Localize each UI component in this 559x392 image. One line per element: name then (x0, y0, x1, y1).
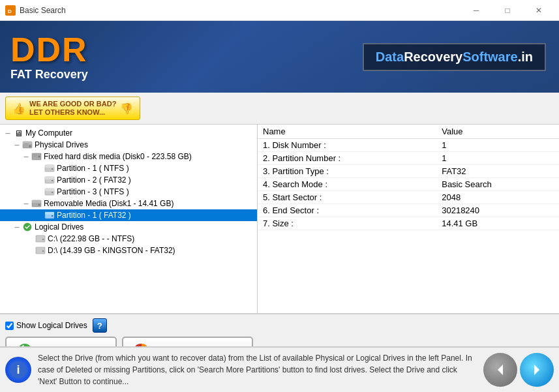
partition-1-fat32-icon (44, 210, 55, 220)
brand-badge: DataRecoverySoftware.in (363, 21, 559, 93)
logical-drives-icon (22, 222, 33, 232)
svg-text:D: D (8, 8, 12, 14)
row-3-value: FAT32 (436, 165, 559, 178)
app-icon: D (5, 5, 16, 16)
svg-point-7 (38, 156, 40, 158)
svg-rect-5 (24, 143, 28, 144)
table-row: 6. End Sector : 30218240 (258, 204, 559, 217)
svg-rect-17 (45, 188, 54, 191)
tree-label-fixed-hdd: Fixed hard disk media (Disk0 - 223.58 GB… (44, 152, 192, 161)
tree-label-d-drive: D:\ (14.39 GB - KINGSTON - FAT32) (48, 246, 175, 255)
expander-my-computer: ─ (3, 128, 13, 138)
main-content: ─ 🖥 My Computer ─ Physical Drives ─ (0, 124, 559, 313)
tree-label-physical-drives: Physical Drives (35, 140, 88, 149)
status-message: Select the Drive (from which you want to… (38, 352, 477, 387)
svg-rect-26 (36, 235, 45, 242)
svg-rect-20 (32, 200, 41, 203)
partition-1-ntfs-icon (44, 163, 55, 173)
tree-item-partition-1-fat32-selected[interactable]: Partition - 1 ( FAT32 ) (0, 209, 257, 221)
status-info-icon: i (5, 357, 31, 383)
tree-item-d-drive[interactable]: D:\ (14.39 GB - KINGSTON - FAT32) (0, 245, 257, 256)
expander-p1-fat32 (34, 210, 44, 220)
svg-rect-11 (45, 165, 54, 168)
svg-rect-14 (45, 177, 54, 179)
tree-label-p3-ntfs: Partition - 3 ( NTFS ) (57, 187, 129, 196)
computer-icon: 🖥 (13, 128, 23, 138)
status-bar: i Select the Drive (from which you want … (0, 346, 559, 392)
tree-item-removable-media[interactable]: ─ Removable Media (Disk1 - 14.41 GB) (0, 198, 257, 209)
brand-badge-text: DataRecoverySoftware.in (363, 43, 546, 71)
expander-logical: ─ (12, 222, 22, 232)
table-row: 2. Partition Number : 1 (258, 152, 559, 165)
maximize-button[interactable]: □ (492, 0, 522, 21)
tree-panel: ─ 🖥 My Computer ─ Physical Drives ─ (0, 125, 258, 313)
partition-3-ntfs-icon (44, 187, 55, 197)
svg-point-18 (52, 192, 53, 193)
help-button[interactable]: ? (93, 318, 107, 333)
show-logical-drives-checkbox[interactable] (5, 322, 14, 330)
tree-item-partition-2-fat32[interactable]: Partition - 2 ( FAT32 ) (0, 174, 257, 186)
window-controls: ─ □ ✕ (461, 0, 554, 21)
app-logo: DDR FAT Recovery (10, 33, 88, 82)
tree-item-c-drive[interactable]: C:\ (222.98 GB - - NTFS) (0, 233, 257, 245)
tree-item-my-computer[interactable]: ─ 🖥 My Computer (0, 127, 257, 139)
rating-icon-right: 👎 (120, 102, 133, 115)
fixed-hdd-icon (31, 151, 42, 162)
row-7-name: 7. Size : (258, 217, 436, 230)
rating-text: WE ARE GOOD OR BAD? LET OTHERS KNOW... (29, 100, 116, 117)
svg-point-4 (29, 145, 31, 147)
row-6-value: 30218240 (436, 204, 559, 217)
back-button[interactable] (483, 353, 517, 387)
svg-rect-8 (33, 155, 37, 155)
next-button[interactable] (520, 353, 554, 387)
close-button[interactable]: ✕ (524, 0, 554, 21)
tree-container[interactable]: ─ 🖥 My Computer ─ Physical Drives ─ (0, 125, 257, 313)
row-1-name: 1. Disk Number : (258, 139, 436, 152)
c-drive-icon (35, 234, 46, 244)
window-title: Basic Search (20, 6, 461, 15)
partition-2-fat32-icon (44, 175, 55, 185)
svg-rect-23 (45, 212, 54, 215)
tree-label-c-drive: C:\ (222.98 GB - - NTFS) (48, 234, 134, 243)
tree-item-partition-1-ntfs[interactable]: Partition - 1 ( NTFS ) (0, 162, 257, 174)
rating-banner[interactable]: 👍 WE ARE GOOD OR BAD? LET OTHERS KNOW...… (0, 93, 559, 124)
row-7-value: 14.41 GB (436, 217, 559, 230)
tree-label-p1-ntfs: Partition - 1 ( NTFS ) (57, 164, 129, 173)
details-table: Name Value 1. Disk Number : 1 2. Partiti… (258, 125, 559, 230)
physical-drives-icon (22, 140, 33, 150)
details-panel: Name Value 1. Disk Number : 1 2. Partiti… (258, 125, 559, 313)
svg-marker-45 (534, 365, 539, 375)
tree-item-logical-drives[interactable]: ─ Logical Drives (0, 221, 257, 233)
svg-text:i: i (16, 363, 20, 376)
row-5-value: 2048 (436, 191, 559, 204)
details-table-wrapper[interactable]: Name Value 1. Disk Number : 1 2. Partiti… (258, 125, 559, 313)
table-row: 3. Partition Type : FAT32 (258, 165, 559, 178)
removable-media-icon (31, 198, 42, 209)
tree-label-p2-fat32: Partition - 2 ( FAT32 ) (57, 175, 131, 185)
svg-marker-44 (498, 365, 503, 375)
controls-row-1: Show Logical Drives ? (5, 318, 554, 333)
expander-p1 (34, 163, 44, 173)
expander-removable: ─ (21, 198, 31, 209)
expander-c (25, 234, 35, 244)
svg-point-15 (52, 180, 53, 181)
expander-p3 (34, 187, 44, 197)
row-2-name: 2. Partition Number : (258, 152, 436, 165)
expander-d (25, 245, 35, 256)
table-row: 7. Size : 14.41 GB (258, 217, 559, 230)
expander-p2 (34, 175, 44, 185)
subtitle-text: FAT Recovery (10, 68, 88, 82)
tree-label-removable: Removable Media (Disk1 - 14.41 GB) (44, 199, 174, 208)
tree-item-fixed-hdd[interactable]: ─ Fixed hard disk media (Disk0 - 223.58 … (0, 151, 257, 162)
svg-point-24 (52, 215, 53, 217)
rating-icon-left: 👍 (12, 102, 25, 115)
header-banner: DDR FAT Recovery DataRecoverySoftware.in (0, 21, 559, 93)
minimize-button[interactable]: ─ (461, 0, 491, 21)
title-bar: D Basic Search ─ □ ✕ (0, 0, 559, 21)
row-1-value: 1 (436, 139, 559, 152)
tree-label-my-computer: My Computer (25, 128, 72, 138)
tree-item-physical-drives[interactable]: ─ Physical Drives (0, 139, 257, 151)
table-row: 4. Search Mode : Basic Search (258, 178, 559, 191)
show-logical-drives-label[interactable]: Show Logical Drives (5, 321, 87, 330)
tree-item-partition-3-ntfs[interactable]: Partition - 3 ( NTFS ) (0, 186, 257, 198)
